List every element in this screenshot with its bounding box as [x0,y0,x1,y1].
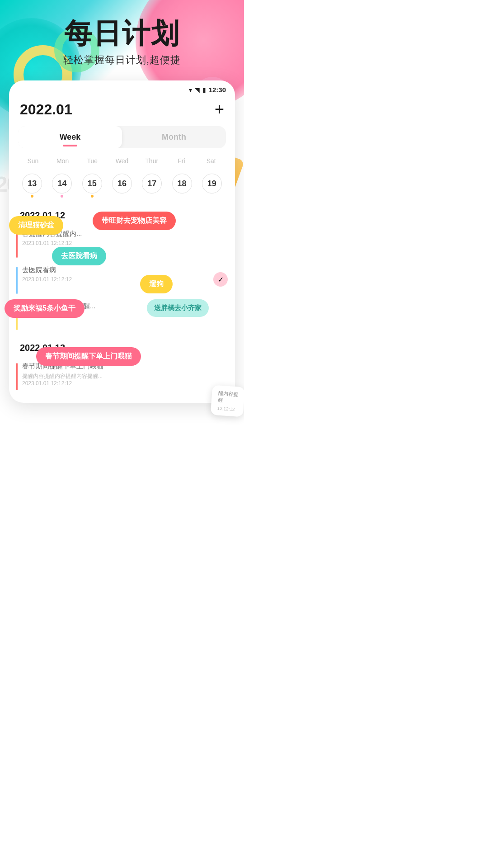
day-thur: Thur [137,156,167,166]
reminder-card-text: 醒内容提醒 [218,390,239,406]
status-time: 12:30 [209,86,226,94]
task-desc: 去医院看病 [22,265,209,274]
task-item[interactable]: 提醒内容提醒内容提醒... 2023.01.01 12:12:12 [16,297,228,334]
current-date: 2022.01 [20,101,72,118]
day-sun: Sun [18,156,48,166]
dot-17 [150,195,153,198]
view-tabs: Week Month [18,126,226,148]
wifi-icon: ▾ [189,86,192,94]
battery-icon: ▮ [202,86,206,94]
reminder-card-time: 12:12:12 [217,406,237,412]
tab-month-label: Month [162,132,186,142]
task-check-icon: ✓ [213,272,228,287]
date-cell-17[interactable]: 17 [138,170,166,201]
task-item[interactable]: 容提醒内容提醒内... 2023.01.01 12:12:12 [16,225,228,261]
date-circle-16: 16 [112,174,132,193]
task-line-blue [16,267,18,294]
section-date-2: 2022.01.13 [9,334,235,358]
status-bar: ▾ ◥ ▮ 12:30 [9,80,235,95]
add-button[interactable]: + [215,100,224,119]
date-cell-13[interactable]: 13 [18,170,46,201]
date-cell-18[interactable]: 18 [168,170,196,201]
task-meta: 2023.01.01 12:12:12 [22,312,228,319]
app-subtitle: 轻松掌握每日计划,超便捷 [0,53,244,67]
date-circle-15: 15 [82,174,102,193]
day-mon: Mon [48,156,78,166]
task-meta: 2023.01.01 12:12:12 [22,276,209,283]
date-circle-18: 18 [172,174,192,193]
task-content: 容提醒内容提醒内... 2023.01.01 12:12:12 [22,229,228,246]
tab-week-label: Week [60,132,81,142]
dot-13 [31,195,33,198]
date-cell-19[interactable]: 19 [198,170,226,201]
calendar-grid: Sun Mon Tue Wed Thur Fri Sat 13 14 15 16 [9,156,235,201]
section-date-1: 2022.01.12 [9,201,235,225]
task-meta: 2023.01.01 12:12:12 [22,240,228,246]
dot-14 [61,195,63,198]
task-content: 提醒内容提醒内容提醒... 2023.01.01 12:12:12 [22,301,228,319]
task-desc: 容提醒内容提醒内... [22,229,228,238]
date-circle-13: 13 [22,174,42,193]
task-desc: 春节期间提醒下单上门喂猫 [22,361,228,371]
date-header: 2022.01 + [9,95,235,126]
day-sat: Sat [196,156,226,166]
calendar-dates-row: 13 14 15 16 17 18 [18,170,226,201]
date-cell-16[interactable]: 16 [108,170,136,201]
task-list-2: 春节期间提醒下单上门喂猫 提醒内容提醒内容提醒内容提醒... 2023.01.0… [9,358,235,394]
app-title: 每日计划 [0,18,244,49]
day-fri: Fri [167,156,197,166]
reminder-card: 醒内容提醒 12:12:12 [211,385,244,417]
day-wed: Wed [107,156,137,166]
app-header: 每日计划 轻松掌握每日计划,超便捷 [0,0,244,67]
task-item[interactable]: 春节期间提醒下单上门喂猫 提醒内容提醒内容提醒内容提醒... 2023.01.0… [16,358,228,394]
task-line-red [16,363,18,390]
signal-icon: ◥ [195,86,200,94]
dot-19 [211,195,213,198]
task-content: 春节期间提醒下单上门喂猫 提醒内容提醒内容提醒内容提醒... 2023.01.0… [22,361,228,387]
tab-indicator [63,145,77,146]
task-meta: 提醒内容提醒内容提醒内容提醒... [22,373,228,380]
task-time: 2023.01.01 12:12:12 [22,380,228,387]
task-list-1: 容提醒内容提醒内... 2023.01.01 12:12:12 去医院看病 20… [9,225,235,334]
phone-card: ▾ ◥ ▮ 12:30 2022.01 + Week Month Sun Mon… [9,80,235,403]
dot-16 [121,195,123,198]
tab-week[interactable]: Week [18,126,122,148]
tab-month[interactable]: Month [122,126,226,148]
date-circle-17: 17 [142,174,162,193]
task-desc: 提醒内容提醒内容提醒... [22,301,228,311]
task-item[interactable]: 去医院看病 2023.01.01 12:12:12 ✓ [16,261,228,297]
dot-18 [181,195,183,198]
date-cell-15[interactable]: 15 [78,170,106,201]
dot-15 [91,195,94,198]
date-circle-14: 14 [52,174,72,193]
task-content: 去医院看病 2023.01.01 12:12:12 [22,265,209,283]
day-tue: Tue [77,156,107,166]
task-line-red [16,231,18,258]
task-line-yellow [16,303,18,330]
date-cell-14[interactable]: 14 [48,170,76,201]
date-circle-19: 19 [202,174,222,193]
days-header: Sun Mon Tue Wed Thur Fri Sat [18,156,226,166]
